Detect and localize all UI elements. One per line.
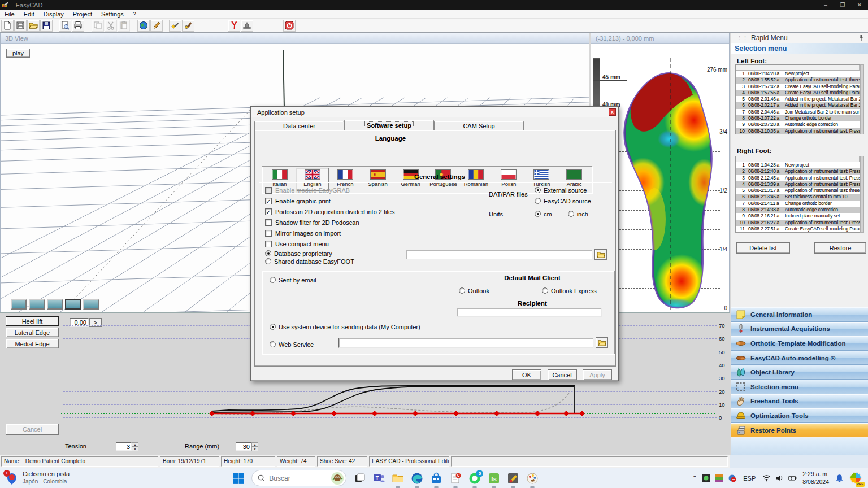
radio[interactable] <box>459 287 465 294</box>
radio[interactable] <box>535 187 541 193</box>
database-browse-button[interactable] <box>594 249 607 260</box>
radio-web-service[interactable]: Web Service <box>270 341 314 348</box>
right-list-scrollbar[interactable] <box>860 156 864 233</box>
checkbox[interactable] <box>265 230 272 237</box>
word-c-taskbar-button[interactable]: C <box>449 472 462 485</box>
tab-data-center[interactable]: Data center <box>254 121 344 130</box>
start-button[interactable] <box>232 472 245 485</box>
restore-point-row[interactable]: 608/08-2:02:17 aAdded in the project: Me… <box>736 102 860 108</box>
range-stepper[interactable]: 30 ▲▼ <box>236 442 258 451</box>
heel-lift-button[interactable]: Heel lift <box>6 316 59 326</box>
range-spin-buttons[interactable]: ▲▼ <box>251 442 258 451</box>
restore-point-row[interactable]: 408/08-1:57:55 aCreate EasyCAD self-mode… <box>736 90 860 96</box>
new-file-button[interactable] <box>1 20 14 32</box>
menu-project[interactable]: Project <box>68 11 97 18</box>
checkbox-enable-graphic-print[interactable]: ✓Enable graphic print <box>265 197 395 204</box>
radio-external-source[interactable]: External source <box>535 186 591 194</box>
cancel-button[interactable]: Cancel <box>548 369 577 380</box>
menu-file[interactable]: File <box>0 11 19 18</box>
radio[interactable] <box>265 250 271 256</box>
restore-point-row[interactable]: 1008/08-2:16:27 aApplication of instrume… <box>736 220 860 226</box>
restore-point-row[interactable]: 1008/08-2:10:03 aApplication of instrume… <box>736 128 860 134</box>
tray-chevron-icon[interactable]: ⌃ <box>692 474 697 482</box>
radio-shared-database-easyfoot[interactable]: Shared database EasyFOOT <box>265 258 354 265</box>
menu-edit[interactable]: Edit <box>19 11 39 18</box>
sidebar-item-optimization-tools[interactable]: Optimization Tools <box>731 408 868 423</box>
checkbox-mirror-images-on-import[interactable]: Mirror images on import <box>265 230 395 237</box>
copilot-button[interactable]: PRE <box>849 471 862 486</box>
whatsapp-taskbar-button[interactable]: 5 <box>468 472 481 485</box>
radio[interactable] <box>270 277 276 283</box>
print-button[interactable] <box>72 20 84 32</box>
restore-point-row[interactable]: 308/08-2:12:45 aApplication of instrumen… <box>736 175 860 181</box>
lateral-edge-button[interactable]: Lateral Edge <box>6 328 59 337</box>
notification-bell-icon[interactable] <box>835 473 844 483</box>
archive-button[interactable] <box>14 20 27 32</box>
radio-outlook-express[interactable]: Outlook Express <box>542 287 597 294</box>
menu-settings[interactable]: Settings <box>97 11 128 18</box>
view-thumbnail-5[interactable] <box>83 299 99 310</box>
menu-display[interactable]: Display <box>39 11 68 18</box>
tab-software-setup[interactable]: Software setup <box>344 120 434 130</box>
fs-taskbar-button[interactable]: fs <box>487 472 501 485</box>
restore-point-row[interactable]: 608/08-2:13:45 aSet thickness central to… <box>736 194 860 200</box>
radio-sent-by-email[interactable]: Sent by email <box>270 276 316 284</box>
restore-point-row[interactable]: 108/08-1:04:28 aNew project <box>736 162 860 168</box>
power-button[interactable] <box>283 20 296 32</box>
orthotic-tool-button[interactable] <box>169 20 181 32</box>
radio-outlook[interactable]: Outlook <box>459 287 489 294</box>
tension-spin-buttons[interactable]: ▲▼ <box>132 442 138 451</box>
restore-point-row[interactable]: 708/08-2:14:11 aChange orthotic border <box>736 201 860 207</box>
sidebar-item-general-information[interactable]: General Information <box>731 307 868 322</box>
language-indicator[interactable]: ESP <box>743 475 756 482</box>
red-plier-button[interactable] <box>228 20 240 32</box>
tension-stepper[interactable]: 3 ▲▼ <box>116 442 138 451</box>
pencil-button[interactable] <box>150 20 163 32</box>
restore-point-row[interactable]: 708/08-2:04:46 aJoin Metatarsal Bar 2 to… <box>736 109 860 115</box>
delete-list-button[interactable]: Delete list <box>736 242 790 254</box>
language-option-polish[interactable]: Polish <box>492 168 525 191</box>
checkbox-podoscan-2d-acquisition-divided-into-2-files[interactable]: ✓Podoscan 2D acquisition divided into 2 … <box>265 208 395 215</box>
restore-button[interactable]: Restore <box>814 242 866 254</box>
wifi-icon[interactable] <box>762 474 771 482</box>
checkbox[interactable] <box>265 241 272 247</box>
menu-help[interactable]: ? <box>128 11 141 18</box>
news-widget[interactable]: 1 Ciclismo en pista Japón - Colombia <box>5 470 106 485</box>
restore-point-row[interactable]: 508/08-2:01:46 aAdded in the project: Me… <box>736 96 860 102</box>
checkbox[interactable]: ✓ <box>265 208 272 215</box>
restore-point-row[interactable]: 908/08-2:07:28 aAutomatic edge correctio… <box>736 121 860 128</box>
easycad-taskbar-button[interactable] <box>506 472 520 485</box>
folder-taskbar-button[interactable] <box>391 472 405 485</box>
checkbox-shadow-filter-for-2d-podoscan[interactable]: Shadow filter for 2D Podoscan <box>265 219 395 226</box>
dialog-close-button[interactable]: x <box>609 108 616 116</box>
radio-cm[interactable]: cm <box>535 210 552 217</box>
restore-point-row[interactable]: 808/08-2:14:38 aAutomatic edge correctio… <box>736 207 860 213</box>
tray-app3-icon[interactable] <box>728 474 736 482</box>
radio[interactable] <box>542 287 548 294</box>
view-thumbnail-3[interactable] <box>47 299 63 310</box>
sidebar-item-orthotic-template-modification[interactable]: Orthotic Template Modification <box>731 336 868 351</box>
radio[interactable] <box>270 324 276 330</box>
edge-taskbar-button[interactable] <box>410 472 424 485</box>
dialog-title-bar[interactable]: Application setup <box>251 107 618 117</box>
world-button[interactable] <box>137 20 150 32</box>
view-thumbnail-4[interactable] <box>65 299 81 310</box>
restore-point-row[interactable]: 108/08-1:04:28 aNew project <box>736 71 860 77</box>
view-thumbnail-1[interactable] <box>11 299 27 310</box>
search-box[interactable]: Buscar <box>251 470 346 486</box>
paint-taskbar-button[interactable] <box>526 472 539 485</box>
restore-point-row[interactable]: 1108/08-2:27:51 aCreate EasyCAD self-mod… <box>736 226 860 232</box>
sidebar-item-freehand-tools[interactable]: Freehand Tools <box>731 394 868 409</box>
close-button[interactable]: ✕ <box>851 2 868 8</box>
open-folder-button[interactable] <box>27 20 40 32</box>
checkbox-enable-module-easygrab[interactable]: Enable module EasyGRAB <box>265 186 395 194</box>
tension-value[interactable]: 3 <box>116 442 132 451</box>
radio-database-proprietary[interactable]: Database proprietary <box>265 250 354 257</box>
sidebar-item-selection-menu[interactable]: Selection menu <box>731 380 868 394</box>
cancel-profile-button[interactable]: Cancel <box>6 424 59 435</box>
print-preview-button[interactable] <box>59 20 71 32</box>
orthotic-tool2-button[interactable] <box>182 20 194 32</box>
range-value[interactable]: 30 <box>236 442 251 451</box>
restore-point-row[interactable]: 908/08-2:16:21 aInclined plane manually … <box>736 213 860 219</box>
play-button[interactable]: play <box>6 49 30 58</box>
